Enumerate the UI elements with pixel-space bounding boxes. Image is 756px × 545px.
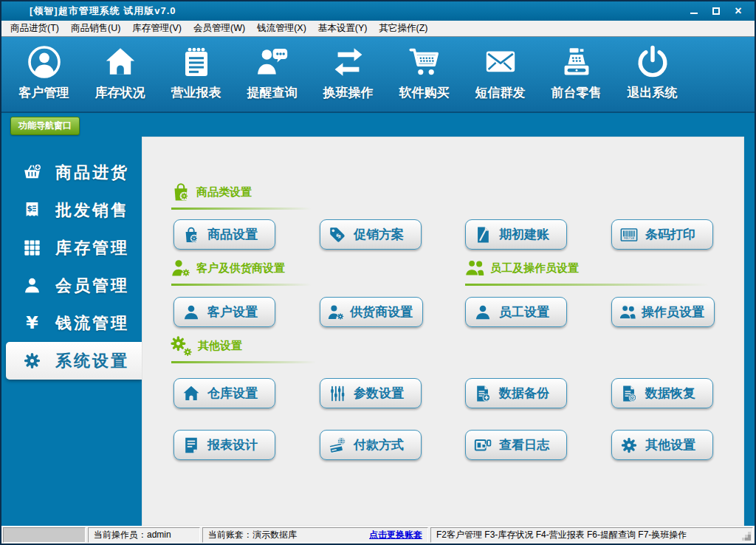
basket-plus-icon xyxy=(22,162,42,182)
mail-icon xyxy=(483,44,518,80)
doc-pen-icon xyxy=(473,225,492,244)
barcode-icon: 98758 xyxy=(619,225,639,244)
main-area: 功能导航窗口 商品进货 批发销售 库存管理 会员管理 钱流管理 xyxy=(1,113,755,526)
gear-icon xyxy=(22,351,42,371)
sidebar-item-cash-flow-management[interactable]: 钱流管理 xyxy=(6,304,142,342)
user-circle-icon xyxy=(27,44,62,80)
opening-balance-button[interactable]: 期初建账 xyxy=(465,219,567,250)
minimize-button[interactable] xyxy=(687,4,701,18)
receipt-dollar-icon xyxy=(22,200,42,220)
toolbar-customer-management[interactable]: 客户管理 xyxy=(6,44,82,112)
grid-icon xyxy=(22,238,42,258)
section-underline xyxy=(465,284,709,286)
view-log-button[interactable]: 查看日志 xyxy=(465,430,567,460)
toolbar-exit-system[interactable]: 退出系统 xyxy=(614,44,690,112)
sidebar-item-label: 钱流管理 xyxy=(55,312,129,335)
warehouse-settings-button[interactable]: 仓库设置 xyxy=(173,378,275,408)
status-hotkeys-panel: F2客户管理 F3-库存状况 F4-营业报表 F6-提醒查询 F7-换班操作 xyxy=(430,527,753,543)
button-label: 供货商设置 xyxy=(350,304,413,321)
menu-other-operations[interactable]: 其它操作(Z) xyxy=(373,21,433,36)
sidebar-item-goods-purchase[interactable]: 商品进货 xyxy=(6,154,142,191)
data-restore-button[interactable]: 数据恢复 xyxy=(611,378,713,408)
sidebar-item-label: 商品进货 xyxy=(55,162,129,184)
toolbar-label: 软件购买 xyxy=(399,84,450,101)
window-controls: × xyxy=(687,4,755,18)
close-button[interactable]: × xyxy=(731,4,746,18)
parameter-settings-button[interactable]: 参数设置 xyxy=(320,378,422,408)
user-gear-icon xyxy=(326,303,346,322)
button-label: 期初建账 xyxy=(499,226,549,243)
section-employee-operator-settings: 员工及操作员设置 xyxy=(464,257,579,279)
promotion-plan-button[interactable]: 促销方案 xyxy=(320,219,422,250)
doc-clock-icon xyxy=(619,384,639,403)
toolbar: 客户管理 库存状况 营业报表 提醒查询 换班操作 软件购买 短信群发 前台零售 xyxy=(1,37,755,113)
section-other-settings: 其他设置 xyxy=(168,333,242,358)
menu-inventory[interactable]: 库存管理(V) xyxy=(126,21,188,36)
barcode-digits: 98758 xyxy=(624,236,635,240)
toolbar-inventory-status[interactable]: 库存状况 xyxy=(82,44,158,112)
menu-bar: 商品进货(T) 商品销售(U) 库存管理(V) 会员管理(W) 钱流管理(X) … xyxy=(1,21,755,37)
button-label: 条码打印 xyxy=(645,226,695,243)
button-label: 付款方式 xyxy=(354,436,404,453)
window-title: [领智]超市管理系统 试用版v7.0 xyxy=(1,4,176,18)
swap-arrows-icon xyxy=(331,44,366,80)
resize-grip[interactable] xyxy=(748,538,751,541)
button-label: 促销方案 xyxy=(354,226,404,243)
section-underline xyxy=(171,208,312,210)
operator-settings-button[interactable]: 操作员设置 xyxy=(611,297,715,327)
sidebar-item-member-management[interactable]: 会员管理 xyxy=(6,267,142,304)
product-settings-button[interactable]: 商品设置 xyxy=(173,219,275,250)
hotkeys-label: F2客户管理 F3-库存状况 F4-营业报表 F6-提醒查询 F7-换班操作 xyxy=(436,529,687,541)
sidebar-item-inventory-management[interactable]: 库存管理 xyxy=(6,229,142,267)
barcode-print-button[interactable]: 98758 条码打印 xyxy=(611,219,713,250)
users-icon xyxy=(618,303,637,322)
payment-method-button[interactable]: 付款方式 xyxy=(320,430,422,460)
section-customer-supplier-settings: 客户及供货商设置 xyxy=(170,257,285,279)
toolbar-software-purchase[interactable]: 软件购买 xyxy=(386,44,462,112)
function-nav-tab[interactable]: 功能导航窗口 xyxy=(10,117,80,135)
menu-goods-sales[interactable]: 商品销售(U) xyxy=(65,21,126,36)
data-backup-button[interactable]: 数据备份 xyxy=(465,378,567,408)
customer-settings-button[interactable]: 客户设置 xyxy=(173,297,275,327)
app-window: [领智]超市管理系统 试用版v7.0 × 商品进货(T) 商品销售(U) 库存管… xyxy=(0,0,756,545)
report-icon xyxy=(182,436,201,455)
toolbar-shift-change[interactable]: 换班操作 xyxy=(310,44,386,112)
sidebar-item-wholesale-sales[interactable]: 批发销售 xyxy=(6,191,142,229)
employee-settings-button[interactable]: 员工设置 xyxy=(465,297,567,327)
section-title: 商品类设置 xyxy=(196,185,252,199)
user-icon xyxy=(22,275,42,295)
yen-icon xyxy=(22,313,42,333)
section-title: 员工及操作员设置 xyxy=(490,261,579,275)
toolbar-sms-broadcast[interactable]: 短信群发 xyxy=(462,44,538,112)
supplier-settings-button[interactable]: 供货商设置 xyxy=(320,297,423,327)
toolbar-label: 前台零售 xyxy=(551,84,602,101)
doc-plus-icon xyxy=(473,384,492,403)
credit-card-icon xyxy=(328,436,347,455)
content-panel: 商品类设置 客户及供货商设置 员工及操作员设置 其他设置 商品设置 xyxy=(142,137,744,526)
button-label: 商品设置 xyxy=(207,226,258,243)
sliders-icon xyxy=(328,384,347,403)
section-underline xyxy=(171,361,316,363)
toolbar-business-report[interactable]: 营业报表 xyxy=(158,44,234,112)
switch-account-link[interactable]: 点击更换账套 xyxy=(369,529,422,541)
report-design-button[interactable]: 报表设计 xyxy=(173,430,275,460)
menu-goods-purchase[interactable]: 商品进货(T) xyxy=(4,21,65,36)
sidebar-item-system-settings[interactable]: 系统设置 xyxy=(6,342,142,380)
notepad-icon xyxy=(179,44,214,80)
sidebar: 商品进货 批发销售 库存管理 会员管理 钱流管理 系统设置 xyxy=(1,113,142,526)
toolbar-pos-retail[interactable]: 前台零售 xyxy=(538,44,614,112)
person-chat-icon xyxy=(255,44,290,80)
menu-basic-settings[interactable]: 基本设置(Y) xyxy=(312,21,374,36)
cart-icon xyxy=(407,44,442,80)
section-product-settings: 商品类设置 xyxy=(170,181,252,203)
user-gear-icon xyxy=(170,257,192,279)
maximize-button[interactable] xyxy=(709,4,724,18)
user-icon xyxy=(182,303,201,322)
menu-members[interactable]: 会员管理(W) xyxy=(188,21,251,36)
section-title: 其他设置 xyxy=(198,339,242,353)
sidebar-item-label: 库存管理 xyxy=(55,237,129,259)
toolbar-reminder-query[interactable]: 提醒查询 xyxy=(234,44,310,112)
other-settings-button[interactable]: 其他设置 xyxy=(611,430,713,460)
sidebar-item-label: 会员管理 xyxy=(55,275,129,297)
menu-cash-flow[interactable]: 钱流管理(X) xyxy=(251,21,312,36)
